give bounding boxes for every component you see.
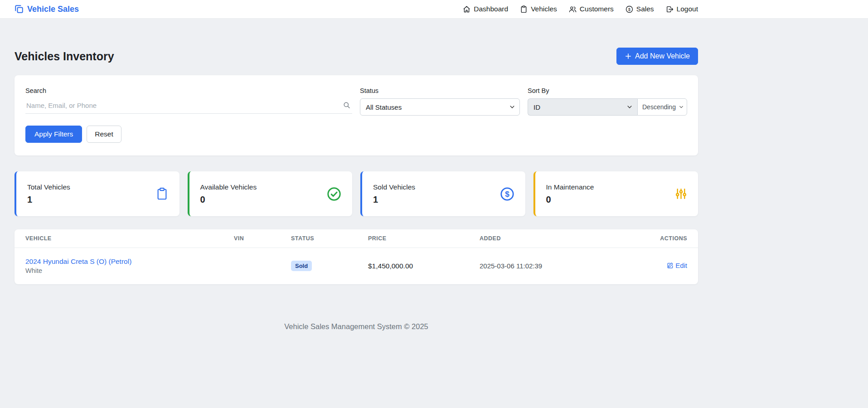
stat-value: 0 <box>200 194 257 205</box>
stat-value: 0 <box>546 194 594 205</box>
svg-text:$: $ <box>628 6 631 11</box>
dollar-circle-icon: $ <box>500 187 514 201</box>
clipboard-icon <box>155 187 169 200</box>
dollar-icon: $ <box>626 5 633 13</box>
stat-card-available-vehicles: Available Vehicles 0 <box>188 171 353 216</box>
sort-by-label: Sort By <box>528 87 687 94</box>
nav-sales[interactable]: $ Sales <box>626 5 654 13</box>
top-navbar: Vehicle Sales Dashboard Vehicles <box>0 0 868 19</box>
stat-label: Sold Vehicles <box>373 183 415 191</box>
sort-field-select-wrap: ID <box>528 98 637 116</box>
vehicles-table: Vehicle VIN Status Price Added Actions 2… <box>15 229 698 284</box>
vehicles-table-card: Vehicle VIN Status Price Added Actions 2… <box>15 229 698 284</box>
people-icon <box>569 5 577 13</box>
actions-cell: Edit <box>624 248 698 284</box>
status-select-wrap: All Statuses <box>360 98 520 116</box>
table-header-row: Vehicle VIN Status Price Added Actions <box>15 229 698 248</box>
reset-button[interactable]: Reset <box>87 126 121 143</box>
stat-value: 1 <box>27 194 70 205</box>
vehicle-color: White <box>25 267 212 274</box>
stat-card-in-maintenance: In Maintenance 0 <box>533 171 698 216</box>
edit-link[interactable]: Edit <box>667 262 687 269</box>
nav-vehicles[interactable]: Vehicles <box>520 5 557 13</box>
logout-icon <box>666 5 674 13</box>
stat-label: Total Vehicles <box>27 183 70 191</box>
main-nav: Dashboard Vehicles <box>463 5 698 13</box>
col-header-vehicle: Vehicle <box>15 229 223 248</box>
nav-label: Sales <box>636 5 654 13</box>
col-header-added: Added <box>469 229 624 248</box>
stat-label: Available Vehicles <box>200 183 257 191</box>
sort-direction-select-wrap: Descending <box>637 98 687 116</box>
add-new-vehicle-label: Add New Vehicle <box>635 52 690 60</box>
main-content: Vehicles Inventory Add New Vehicle Searc… <box>15 48 698 331</box>
nav-label: Dashboard <box>474 5 508 13</box>
col-header-actions: Actions <box>624 229 698 248</box>
page-footer: Vehicle Sales Management System © 2025 <box>15 322 698 331</box>
plus-icon <box>625 53 632 60</box>
sliders-icon <box>675 188 687 200</box>
page-header: Vehicles Inventory Add New Vehicle <box>15 48 698 65</box>
sort-direction-select[interactable]: Descending <box>637 98 687 116</box>
search-label: Search <box>25 87 352 94</box>
stats-row: Total Vehicles 1 Available Vehicles 0 <box>15 171 698 216</box>
status-cell: Sold <box>280 248 357 284</box>
filters-card: Search Status All Statuses <box>15 75 698 155</box>
vin-cell <box>223 248 280 284</box>
status-label: Status <box>360 87 520 94</box>
edit-icon <box>667 262 674 269</box>
brand-link[interactable]: Vehicle Sales <box>15 5 79 14</box>
table-row: 2024 Hyundai Creta S (O) (Petrol) White … <box>15 248 698 284</box>
col-header-status: Status <box>280 229 357 248</box>
status-select[interactable]: All Statuses <box>360 98 520 116</box>
apply-filters-button[interactable]: Apply Filters <box>25 126 82 143</box>
nav-logout[interactable]: Logout <box>666 5 698 13</box>
search-group: Search <box>25 87 352 116</box>
stat-card-total-vehicles: Total Vehicles 1 <box>15 171 179 216</box>
vehicle-cell: 2024 Hyundai Creta S (O) (Petrol) White <box>15 248 223 284</box>
stat-value: 1 <box>373 194 415 205</box>
nav-label: Logout <box>677 5 698 13</box>
stat-card-sold-vehicles: Sold Vehicles 1 $ <box>360 171 525 216</box>
price-cell: $1,450,000.00 <box>357 248 469 284</box>
search-input[interactable] <box>25 98 352 113</box>
col-header-vin: VIN <box>223 229 280 248</box>
stat-label: In Maintenance <box>546 183 594 191</box>
sort-field-select[interactable]: ID <box>528 98 637 116</box>
copy-icon <box>15 5 24 14</box>
status-badge: Sold <box>291 261 312 271</box>
nav-label: Customers <box>580 5 614 13</box>
nav-customers[interactable]: Customers <box>569 5 614 13</box>
check-circle-icon <box>327 187 341 201</box>
page-title: Vehicles Inventory <box>15 50 114 63</box>
sort-group: Sort By ID Descending <box>528 87 687 116</box>
brand-title: Vehicle Sales <box>27 5 79 14</box>
edit-label: Edit <box>675 262 687 269</box>
add-new-vehicle-button[interactable]: Add New Vehicle <box>616 48 698 65</box>
nav-label: Vehicles <box>531 5 557 13</box>
vehicle-name-link[interactable]: 2024 Hyundai Creta S (O) (Petrol) <box>25 257 131 266</box>
clipboard-icon <box>520 5 528 13</box>
search-field-wrap <box>25 98 352 114</box>
added-cell: 2025-03-06 11:02:39 <box>469 248 624 284</box>
svg-text:$: $ <box>505 189 509 199</box>
home-icon <box>463 5 470 13</box>
footer-text: Vehicle Sales Management System © 2025 <box>284 322 428 330</box>
col-header-price: Price <box>357 229 469 248</box>
status-group: Status All Statuses <box>360 87 520 116</box>
nav-dashboard[interactable]: Dashboard <box>463 5 508 13</box>
